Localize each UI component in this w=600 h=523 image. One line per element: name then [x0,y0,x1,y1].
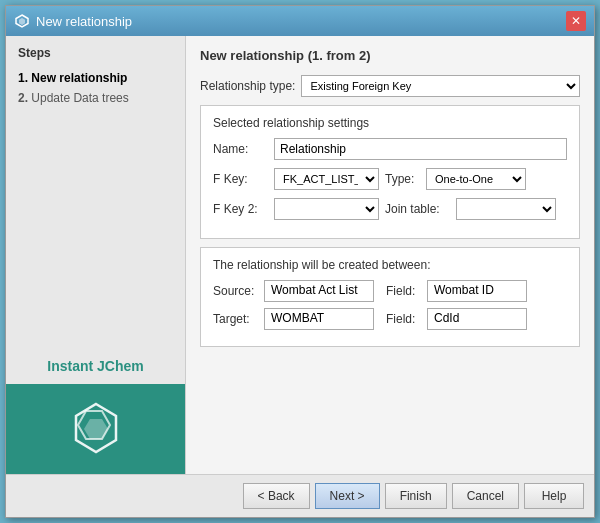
name-label: Name: [213,142,268,156]
target-field-value: CdId [427,308,527,330]
between-title: The relationship will be created between… [213,258,567,272]
rel-type-label: Relationship type: [200,79,295,93]
next-button[interactable]: Next > [315,483,380,509]
source-field-value: Wombat ID [427,280,527,302]
dialog-window: New relationship ✕ Steps 1. New relation… [5,5,595,518]
app-icon [14,13,30,29]
target-row: Target: WOMBAT Field: CdId [213,308,567,330]
name-input[interactable] [274,138,567,160]
fkey2-label: F Key 2: [213,202,268,216]
sidebar-steps: Steps 1. New relationship 2. Update Data… [6,36,185,348]
fkey2-join-row: F Key 2: Join table: [213,198,567,220]
step-2: 2. Update Data trees [18,88,173,108]
step-title: New relationship (1. from 2) [200,48,580,63]
source-value: Wombat Act List [264,280,374,302]
type-select[interactable]: One-to-One One-to-Many Many-to-Many [426,168,526,190]
fkey-select[interactable]: FK_ACT_LIST_... [274,168,379,190]
brand-name: Instant JChem [6,348,185,384]
target-value: WOMBAT [264,308,374,330]
sidebar-logo [6,384,185,474]
title-bar: New relationship ✕ [6,6,594,36]
sidebar: Steps 1. New relationship 2. Update Data… [6,36,186,474]
help-button[interactable]: Help [524,483,584,509]
step-1-number: 1. [18,71,28,85]
settings-section: Selected relationship settings Name: F K… [200,105,580,239]
title-bar-left: New relationship [14,13,132,29]
type-label: Type: [385,172,420,186]
source-row: Source: Wombat Act List Field: Wombat ID [213,280,567,302]
target-label: Target: [213,312,258,326]
join-label: Join table: [385,202,450,216]
source-field-label: Field: [386,284,421,298]
finish-button[interactable]: Finish [385,483,447,509]
cancel-button[interactable]: Cancel [452,483,519,509]
steps-title: Steps [18,46,173,60]
step-1: 1. New relationship [18,68,173,88]
back-button[interactable]: < Back [243,483,310,509]
join-select[interactable] [456,198,556,220]
fkey-type-row: F Key: FK_ACT_LIST_... Type: One-to-One … [213,168,567,190]
between-section: The relationship will be created between… [200,247,580,347]
source-label: Source: [213,284,258,298]
rel-type-select[interactable]: Existing Foreign Key New Foreign Key Man… [301,75,580,97]
step-2-label: Update Data trees [31,91,128,105]
close-button[interactable]: ✕ [566,11,586,31]
content-area: Steps 1. New relationship 2. Update Data… [6,36,594,474]
main-panel: New relationship (1. from 2) Relationshi… [186,36,594,474]
fkey2-select[interactable] [274,198,379,220]
target-field-label: Field: [386,312,421,326]
rel-type-row: Relationship type: Existing Foreign Key … [200,75,580,97]
section-header: Selected relationship settings [213,116,567,130]
title-bar-title: New relationship [36,14,132,29]
name-row: Name: [213,138,567,160]
step-2-number: 2. [18,91,28,105]
fkey-label: F Key: [213,172,268,186]
svg-marker-1 [19,18,25,25]
logo-hexagons-icon [66,399,126,459]
button-bar: < Back Next > Finish Cancel Help [6,474,594,517]
step-1-label: New relationship [31,71,127,85]
